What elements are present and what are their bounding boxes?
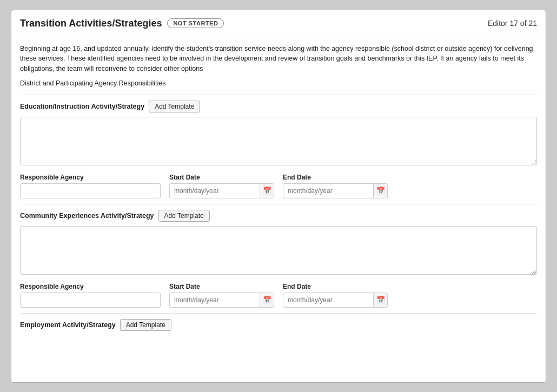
community-start-date-wrapper: 📅: [169, 293, 274, 308]
employment-label-row: Employment Activity/Strategy Add Templat…: [20, 319, 537, 331]
education-end-date-label: End Date: [283, 174, 388, 181]
community-start-date-group: Start Date 📅: [169, 283, 274, 308]
education-end-date-group: End Date 📅: [283, 174, 388, 198]
employment-activity-label: Employment Activity/Strategy: [20, 321, 116, 329]
education-textarea[interactable]: [20, 117, 537, 165]
community-end-date-input[interactable]: [283, 294, 373, 306]
education-responsible-label: Responsible Agency: [20, 174, 161, 181]
education-responsible-input[interactable]: [20, 183, 161, 198]
community-end-date-wrapper: 📅: [283, 293, 388, 308]
education-section: Education/Instruction Activity/Strategy …: [20, 101, 537, 198]
community-label-row: Community Experiences Activity/Strategy …: [20, 210, 537, 222]
education-end-calendar-button[interactable]: 📅: [373, 184, 387, 198]
divider-1: [20, 95, 537, 95]
header: Transition Activities/Strategies NOT STA…: [11, 10, 546, 36]
education-start-date-wrapper: 📅: [169, 183, 274, 198]
main-container: Transition Activities/Strategies NOT STA…: [11, 10, 546, 383]
community-end-date-group: End Date 📅: [283, 283, 388, 308]
community-end-calendar-button[interactable]: 📅: [373, 293, 387, 307]
community-textarea[interactable]: [20, 226, 537, 275]
community-start-calendar-button[interactable]: 📅: [260, 293, 274, 307]
add-template-employment-button[interactable]: Add Template: [120, 319, 171, 331]
community-end-date-label: End Date: [283, 283, 388, 290]
description-text: Beginning at age 16, and updated annuall…: [20, 44, 537, 74]
page-title: Transition Activities/Strategies: [20, 18, 162, 29]
employment-section: Employment Activity/Strategy Add Templat…: [20, 319, 537, 331]
education-end-date-input[interactable]: [283, 185, 373, 197]
section-heading: District and Participating Agency Respon…: [20, 79, 537, 87]
community-start-date-input[interactable]: [170, 294, 260, 306]
divider-3: [20, 313, 537, 314]
community-section: Community Experiences Activity/Strategy …: [20, 210, 537, 308]
community-responsible-group: Responsible Agency: [20, 283, 161, 308]
education-responsible-group: Responsible Agency: [20, 174, 161, 198]
add-template-education-button[interactable]: Add Template: [149, 101, 200, 112]
community-start-date-label: Start Date: [169, 283, 274, 290]
education-end-date-wrapper: 📅: [283, 183, 388, 198]
editor-label: Editor 17 of 21: [488, 19, 537, 28]
education-start-date-label: Start Date: [169, 174, 274, 181]
add-template-community-button[interactable]: Add Template: [158, 210, 210, 222]
education-activity-label: Education/Instruction Activity/Strategy: [20, 103, 144, 110]
education-start-calendar-button[interactable]: 📅: [260, 184, 274, 198]
community-responsible-input[interactable]: [20, 293, 161, 308]
education-start-date-input[interactable]: [170, 185, 260, 197]
status-badge: NOT STARTED: [167, 18, 224, 28]
community-activity-label: Community Experiences Activity/Strategy: [20, 212, 154, 220]
education-fields-row: Responsible Agency Start Date 📅 End Date…: [20, 174, 537, 198]
community-fields-row: Responsible Agency Start Date 📅 End Date…: [20, 283, 537, 308]
divider-2: [20, 204, 537, 204]
education-label-row: Education/Instruction Activity/Strategy …: [20, 101, 537, 112]
community-responsible-label: Responsible Agency: [20, 283, 161, 290]
header-left: Transition Activities/Strategies NOT STA…: [20, 18, 224, 29]
content-area: Beginning at age 16, and updated annuall…: [11, 36, 546, 382]
education-start-date-group: Start Date 📅: [169, 174, 274, 198]
